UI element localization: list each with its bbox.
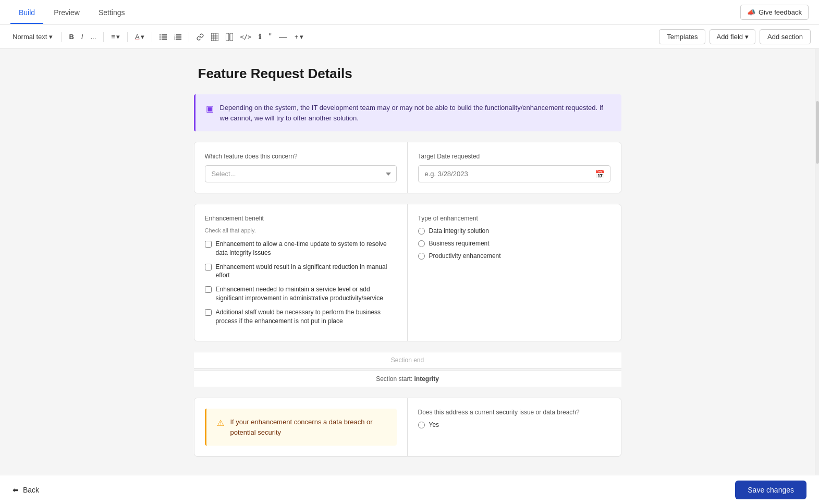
numbered-list-icon: 1.2.3. xyxy=(174,33,181,41)
radio-item-2: Productivity enhancement xyxy=(418,252,610,260)
security-radio-yes-input[interactable] xyxy=(418,422,425,428)
top-nav: Build Preview Settings 📣 Give feedback xyxy=(0,0,819,25)
table-icon xyxy=(211,33,218,41)
type-enhancement-col: Type of enhancement Data integrity solut… xyxy=(408,204,621,341)
type-enhancement-label: Type of enhancement xyxy=(418,215,610,222)
enhancement-benefit-col: Enhancement benefit Check all that apply… xyxy=(194,204,408,341)
svg-text:3.: 3. xyxy=(174,38,176,40)
info-block-text: Depending on the system, the IT developm… xyxy=(220,103,611,123)
text-style-dropdown[interactable]: Normal text ▾ xyxy=(8,31,57,43)
feature-field-label: Which feature does this concern? xyxy=(205,153,397,160)
form-middle-section: Enhancement benefit Check all that apply… xyxy=(194,204,621,341)
security-question-label: Does this address a current security iss… xyxy=(418,409,610,416)
link-button[interactable] xyxy=(193,31,207,43)
checkbox-0[interactable] xyxy=(205,241,212,248)
columns-button[interactable] xyxy=(223,31,236,43)
link-icon xyxy=(197,33,204,41)
nav-tabs: Build Preview Settings xyxy=(10,2,133,23)
date-input-wrap: 📅 xyxy=(418,165,610,182)
svg-rect-1 xyxy=(162,34,167,35)
bold-button[interactable]: B xyxy=(66,31,77,43)
radio-label-2: Productivity enhancement xyxy=(429,252,501,260)
svg-rect-7 xyxy=(176,34,181,35)
checkbox-label-2: Enhancement needed to maintain a service… xyxy=(216,285,397,303)
info-button[interactable]: ℹ xyxy=(255,31,264,43)
checkbox-item-0: Enhancement to allow a one-time update t… xyxy=(205,240,397,257)
color-button[interactable]: A ▾ xyxy=(132,31,148,43)
svg-rect-18 xyxy=(230,33,233,41)
info-block-icon: ▣ xyxy=(206,104,214,123)
section-end: Section end xyxy=(194,352,621,368)
numbered-list-button[interactable]: 1.2.3. xyxy=(171,31,185,43)
give-feedback-button[interactable]: 📣 Give feedback xyxy=(740,5,809,20)
svg-rect-12 xyxy=(211,33,218,41)
plus-icon: + xyxy=(295,33,299,41)
svg-rect-5 xyxy=(162,39,167,40)
bullet-list-button[interactable] xyxy=(156,31,170,43)
add-field-button[interactable]: Add field ▾ xyxy=(710,29,755,44)
quote-button[interactable]: " xyxy=(265,30,275,44)
scrollbar-track[interactable] xyxy=(815,49,819,477)
checkbox-label-0: Enhancement to allow a one-time update t… xyxy=(216,240,397,257)
radio-item-0: Data integrity solution xyxy=(418,227,610,235)
list-group: 1.2.3. xyxy=(156,31,185,43)
plus-button[interactable]: + ▾ xyxy=(291,31,307,43)
scrollbar-thumb[interactable] xyxy=(816,101,819,164)
checkbox-item-2: Enhancement needed to maintain a service… xyxy=(205,285,397,303)
feature-select[interactable]: Select... xyxy=(205,165,397,182)
radio-1[interactable] xyxy=(418,240,425,247)
divider-button[interactable]: — xyxy=(276,30,290,44)
insert-group: </> ℹ " — + ▾ xyxy=(193,30,307,44)
templates-button[interactable]: Templates xyxy=(659,29,705,44)
italic-button[interactable]: I xyxy=(78,31,87,43)
tab-settings[interactable]: Settings xyxy=(90,2,133,24)
color-icon: A xyxy=(135,33,140,41)
checkbox-2[interactable] xyxy=(205,286,212,293)
columns-icon xyxy=(226,33,233,41)
text-style-group: Normal text ▾ xyxy=(8,31,57,43)
security-yes-label: Yes xyxy=(429,421,439,428)
checkbox-item-1: Enhancement would result in a significan… xyxy=(205,263,397,280)
checkbox-item-3: Additional staff would be necessary to p… xyxy=(205,308,397,326)
svg-rect-11 xyxy=(176,39,181,40)
chevron-down-icon: ▾ xyxy=(141,33,144,41)
tab-preview[interactable]: Preview xyxy=(45,2,88,24)
color-group: A ▾ xyxy=(132,31,148,43)
radio-2[interactable] xyxy=(418,253,425,260)
benefit-subtitle: Check all that apply. xyxy=(205,227,397,233)
code-button[interactable]: </> xyxy=(237,31,255,43)
checkbox-1[interactable] xyxy=(205,264,212,271)
more-format-button[interactable]: ... xyxy=(87,31,99,43)
radio-label-1: Business requirement xyxy=(429,240,490,247)
svg-rect-0 xyxy=(160,34,161,35)
tab-build[interactable]: Build xyxy=(10,2,43,24)
checkbox-label-3: Additional staff would be necessary to p… xyxy=(216,308,397,326)
enhancement-benefit-label: Enhancement benefit xyxy=(205,215,397,222)
checkbox-3[interactable] xyxy=(205,309,212,316)
toolbar-separator-4 xyxy=(152,32,152,42)
warning-block: ⚠ If your enhancement concerns a data br… xyxy=(205,409,397,446)
toolbar-separator-3 xyxy=(127,32,128,42)
calendar-icon: 📅 xyxy=(595,169,605,179)
format-group: B I ... xyxy=(66,31,99,43)
security-radio-yes: Yes xyxy=(418,421,610,428)
target-date-input[interactable] xyxy=(418,165,610,182)
svg-rect-2 xyxy=(160,36,161,38)
toolbar-separator-5 xyxy=(189,32,189,42)
warning-col: ⚠ If your enhancement concerns a data br… xyxy=(194,398,408,456)
chevron-down-icon: ▾ xyxy=(745,33,749,41)
svg-rect-4 xyxy=(160,39,161,40)
warning-icon: ⚠ xyxy=(217,418,224,437)
page-title: Feature Request Details xyxy=(194,66,621,82)
svg-rect-9 xyxy=(176,36,181,38)
table-button[interactable] xyxy=(208,31,222,43)
align-button[interactable]: ≡ ▾ xyxy=(108,31,123,43)
add-section-button[interactable]: Add section xyxy=(760,29,811,44)
toolbar-separator-1 xyxy=(61,32,62,42)
megaphone-icon: 📣 xyxy=(747,8,755,16)
align-icon: ≡ xyxy=(111,33,115,41)
toolbar-separator-2 xyxy=(103,32,104,42)
svg-rect-17 xyxy=(226,33,229,41)
target-date-label: Target Date requested xyxy=(418,153,610,160)
radio-0[interactable] xyxy=(418,228,425,235)
